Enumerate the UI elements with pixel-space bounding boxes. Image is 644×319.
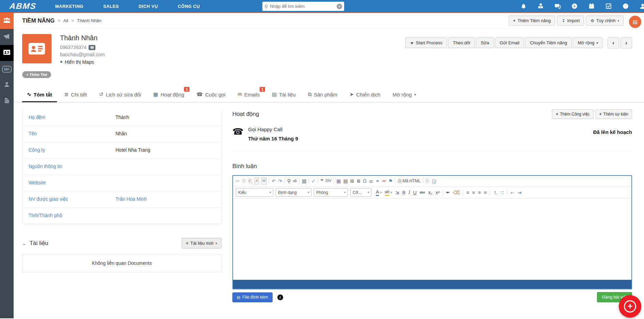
tab-tai-lieu[interactable]: ▤ Tài liệu [267,91,301,102]
tab-emails[interactable]: ✉ Emails 1 [233,91,264,102]
iframe-icon[interactable]: ≣ [357,178,361,184]
clipboard-button[interactable]: ▤ [629,16,641,28]
style-select[interactable]: Kiểu [236,188,273,197]
customize-button[interactable]: ⚙ Tùy chỉnh ▾ [586,16,624,26]
nav-marketing[interactable]: MARKETING [55,4,83,9]
add-lead-button[interactable]: + Thêm Tiềm năng [509,16,555,26]
search-scope-icon[interactable]: ▾ [337,4,342,9]
info-icon[interactable]: i [277,294,283,300]
tab-cuoc-goi[interactable]: ☎ Cuộc gọi [191,91,230,102]
tab-chien-dich[interactable]: ➤ Chiến dịch [345,91,385,102]
help-icon[interactable]: ? [622,3,629,10]
field-label[interactable]: NV được giao việc [29,196,116,202]
add-event-button[interactable]: + Thêm sự kiện [596,109,632,119]
spellcheck-icon[interactable]: ✓ [311,178,316,184]
next-record-button[interactable]: › [620,37,632,48]
size-select[interactable]: Cỡ... [350,188,371,197]
cut-icon[interactable]: ✂ [236,178,240,184]
sidebar-item-campaigns[interactable] [0,29,14,45]
collapse-chevron-icon[interactable]: ⌄ [22,241,26,246]
edit-button[interactable]: Sửa [476,37,494,48]
font-select[interactable]: Phông [314,188,348,197]
outdent-icon[interactable]: ⇤ [510,189,515,196]
show-maps-link[interactable]: Hiển thị Maps [65,59,94,65]
copy-icon[interactable]: ⎘ [242,178,246,184]
subscript-icon[interactable]: x₂ [428,189,432,196]
call-icon[interactable]: ☎ [89,45,95,50]
field-label[interactable]: Tỉnh/Thành phố [29,213,116,218]
sidebar-item-mk[interactable]: MK [0,61,14,77]
sidebar-item-person[interactable] [0,77,14,93]
calendar-icon[interactable] [588,3,595,10]
breadcrumb-all[interactable]: All [63,18,68,23]
breadcrumb-record[interactable]: Thành Nhân [77,18,102,23]
editor-scrollbar[interactable] [233,280,631,289]
blockquote-icon[interactable]: ❞ [321,178,323,184]
templates-icon[interactable]: ▤ [343,178,348,184]
page-break-icon[interactable]: ⚌ [369,178,373,184]
indent-icon[interactable]: ⇥ [518,189,522,196]
maximize-icon[interactable]: ⇲ [395,189,399,196]
align-right-icon[interactable]: ≡ [478,189,481,196]
align-center-icon[interactable]: ≡ [472,189,475,196]
text-color-icon[interactable]: A [376,189,382,196]
comment-textarea[interactable] [233,199,631,280]
superscript-icon[interactable]: x² [435,189,440,196]
select-all-icon[interactable]: ▧ [302,178,306,184]
new-document-button[interactable]: + Tài liệu mới ▾ [182,238,221,248]
div-icon[interactable]: DIV [326,178,332,184]
redo-icon[interactable]: ↷ [278,178,282,184]
tab-chi-tiet[interactable]: ≣ Chi tiết [60,91,92,102]
sidebar-item-contacts-active[interactable] [0,45,14,61]
apps-icon[interactable] [537,3,544,10]
tab-tom-tat[interactable]: ∿ Tóm tắt [22,91,57,102]
anchor-icon[interactable]: ⚑ [388,178,393,184]
bold-icon[interactable]: B [402,189,405,196]
replace-icon[interactable]: ab [293,178,297,184]
undo-icon[interactable]: ↶ [272,178,276,184]
module-title[interactable]: TIỀM NĂNG [22,17,55,24]
nav-dich-vu[interactable]: DỊCH VỤ [139,4,158,9]
source-icon[interactable]: ⎙ Mã HTML [398,178,420,184]
sidebar-item-company[interactable] [0,93,14,109]
add-tag-button[interactable]: + Thêm Thẻ [22,71,51,78]
image-icon[interactable]: ▦ [336,178,341,184]
format-select[interactable]: Định dạng [276,188,311,197]
nav-sales[interactable]: SALES [103,4,119,9]
tab-mo-rong[interactable]: Mở rộng ▾ [388,92,421,102]
previous-record-button[interactable]: ‹ [608,37,619,48]
remove-format-icon[interactable]: ⌫ [453,189,460,196]
add-task-button[interactable]: + Thêm Công việc [552,109,593,119]
bell-icon[interactable] [520,3,527,10]
import-button[interactable]: ↧ Import [557,16,584,26]
justify-icon[interactable]: ≡ [484,189,487,196]
copy-format-icon[interactable]: ✒ [446,189,450,196]
app-logo[interactable]: ABMS [9,1,37,11]
paste-text-icon[interactable]: A [255,178,259,184]
bg-color-icon[interactable]: ab [385,189,392,196]
find-icon[interactable]: ⚲ [287,178,291,184]
align-left-icon[interactable]: ≡ [466,189,469,196]
activity-item-title[interactable]: Gọi Happy Call [248,126,593,132]
more-button[interactable]: Mở rộng ▾ [573,37,603,48]
field-label[interactable]: Tên [29,131,116,137]
ordered-list-icon[interactable]: ⒈ [493,189,498,196]
sidebar-item-leads[interactable] [0,13,14,29]
underline-icon[interactable]: U [413,189,416,196]
paste-word-icon[interactable]: W [261,178,266,184]
field-label[interactable]: Website [29,180,116,186]
follow-button[interactable]: Theo dõi [448,37,475,48]
italic-icon[interactable]: I [409,189,410,196]
field-label[interactable]: Công ty [29,147,116,153]
quick-create-fab[interactable]: + [619,295,641,318]
field-label[interactable]: Nguồn thông tin [29,164,116,169]
plus-circle-icon[interactable] [571,3,578,10]
special-char-icon[interactable]: Ω [363,178,366,184]
record-email[interactable]: baochau@gmail.com [60,52,105,57]
paste-icon[interactable]: ⎗ [248,178,252,184]
bullet-list-icon[interactable]: ∷ [501,189,504,196]
unlink-icon[interactable]: ⚮ [382,178,386,184]
nav-cong-cu[interactable]: CÔNG CỤ [178,4,200,9]
start-process-button[interactable]: ➤ Start Process [405,37,447,48]
user-icon[interactable] [639,3,644,10]
